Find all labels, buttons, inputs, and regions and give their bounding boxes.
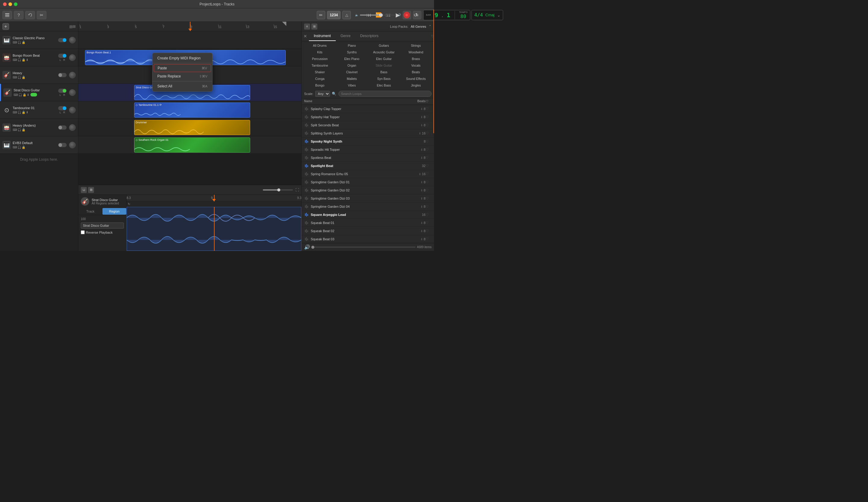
midi-icon[interactable]: ⌨ <box>13 93 18 96</box>
track-item[interactable]: 🥁 Heavy (Anders) ⌨ 🎧 🔒 <box>0 119 78 136</box>
track-item[interactable]: 🎹 Classic Electric Piano ⌨ 🎧 🔒 <box>0 31 78 49</box>
library-button[interactable] <box>2 11 12 19</box>
volume-slider[interactable] <box>360 14 396 16</box>
filter-organ[interactable]: Organ <box>336 62 368 69</box>
headphone-icon[interactable]: 🎧 <box>18 146 21 149</box>
midi-icon[interactable]: ⌨ <box>13 111 17 114</box>
filter-elec-bass[interactable]: Elec Bass <box>368 82 400 88</box>
loop-list-item[interactable]: Sporadic Hit Topper ⬇ 8 ♡ <box>302 146 434 154</box>
track-mute-toggle[interactable] <box>58 143 66 147</box>
loop-favorite[interactable]: ♡ <box>426 156 432 160</box>
editor-auto-button[interactable]: ⛶ <box>296 188 299 192</box>
minimize-button[interactable] <box>8 2 12 6</box>
track-volume-knob[interactable] <box>69 124 76 131</box>
filter-kits[interactable]: Kits <box>304 49 335 55</box>
filter-all-drums[interactable]: All Drums <box>304 42 335 49</box>
download-icon[interactable]: ⬇ <box>26 111 28 114</box>
track-mute-toggle[interactable] <box>58 54 66 58</box>
tuner-button[interactable]: △ <box>342 11 351 19</box>
track-options-button[interactable]: ▤⊞ <box>69 24 76 29</box>
loop-list-item[interactable]: Squeak Beat 02 ⬇ 8 ♡ <box>302 227 434 235</box>
midi-icon[interactable]: ⌨ <box>13 41 17 44</box>
headphone-icon[interactable]: 🎧 <box>18 58 21 62</box>
tab-instrument[interactable]: Instrument <box>309 31 336 41</box>
loop-button[interactable]: ↺ <box>411 11 420 19</box>
track-volume-knob[interactable] <box>69 72 76 79</box>
filter-conga[interactable]: Conga <box>304 76 335 82</box>
track-volume-knob[interactable] <box>69 142 76 148</box>
loop-favorite[interactable]: ♡ <box>426 115 432 119</box>
headphone-icon[interactable]: 🎧 <box>18 111 21 114</box>
tab-track[interactable]: Track <box>79 208 103 215</box>
headphone-icon[interactable]: 🎧 <box>18 76 21 79</box>
loop-favorite[interactable]: ♡ <box>426 180 432 184</box>
filter-strings[interactable]: Strings <box>400 42 432 49</box>
midi-icon[interactable]: ⌨ <box>13 146 17 149</box>
filter-brass[interactable]: Brass <box>400 56 432 62</box>
context-menu-select-all[interactable]: Select All ⌘A <box>153 82 212 90</box>
midi-icon[interactable]: ⌨ <box>13 128 17 132</box>
lock-icon[interactable]: 🔒 <box>22 41 25 44</box>
loop-favorite[interactable]: ♡ <box>426 123 432 127</box>
track-mute-toggle[interactable] <box>58 125 66 130</box>
loop-list-item[interactable]: Split Seconds Beat ⬇ 8 ♡ <box>302 121 434 129</box>
loop-list-item[interactable]: Springtime Garden Dizi 04 ⬇ 8 ♡ <box>302 203 434 211</box>
scale-select[interactable]: Any <box>315 91 330 97</box>
loop-favorite[interactable]: ♡ <box>426 221 432 225</box>
loop-list-item[interactable]: Spotlight Beat 32 ♡ <box>302 162 434 170</box>
track-item[interactable]: 🎸 Strat Disco Guitar ⌨ 🎧 🔒 ⬇ L R <box>0 84 78 101</box>
filter-synths[interactable]: Synths <box>336 49 368 55</box>
audio-region[interactable]: ◇ Tambourine 01.1 ⟳ <box>134 103 250 117</box>
track-volume-knob[interactable] <box>69 37 76 43</box>
track-volume-knob[interactable] <box>69 54 76 61</box>
track-mute-toggle[interactable] <box>58 73 66 77</box>
loop-list-item[interactable]: Squeak Beat 03 ⬇ 8 ♡ <box>302 235 434 243</box>
track-lane[interactable]: Drummer <box>79 119 301 136</box>
favorites-tab[interactable]: ♡ <box>431 34 434 38</box>
cut-button[interactable]: ✂ <box>37 11 46 19</box>
editor-grid-button[interactable]: ⊞ <box>88 187 94 193</box>
filter-elec-guitar[interactable]: Elec Guitar <box>368 56 400 62</box>
track-lane[interactable]: ◇ Southern Rock Organ 01 <box>79 136 301 154</box>
filter-vibes[interactable]: Vibes <box>336 82 368 88</box>
loop-close-button[interactable]: ✕ <box>302 33 309 40</box>
loop-list-item[interactable]: Spring Romance Erhu 05 ⬇ 16 ♡ <box>302 170 434 178</box>
track-mute-toggle[interactable] <box>58 89 66 93</box>
pencil-tool[interactable]: ✏ <box>317 11 325 19</box>
context-menu-paste-replace[interactable]: Paste Replace ⇧⌘V <box>153 72 212 80</box>
loop-list-item[interactable]: Squeak Beat 01 ⬇ 8 ♡ <box>302 219 434 227</box>
track-item[interactable]: 🎹 EVB3 Default ⌨ 🎧 🔒 <box>0 136 78 154</box>
track-item[interactable]: ⊙ Tambourine 01 ⌨ 🎧 🔒 ⬇ L R <box>0 101 78 119</box>
loop-favorite[interactable]: ♡ <box>426 131 432 135</box>
loop-list-item[interactable]: Springtime Garden Dizi 01 ⬇ 8 ♡ <box>302 178 434 186</box>
loop-list-item[interactable]: Splashy Clap Topper ⬇ 8 ♡ <box>302 105 434 113</box>
headphone-icon[interactable]: 🎧 <box>18 128 21 132</box>
filter-guitars[interactable]: Guitars <box>368 42 400 49</box>
track-mute-toggle[interactable] <box>58 106 66 110</box>
loop-list-item[interactable]: Square Arpeggio Lead 16 ♡ <box>302 211 434 219</box>
loop-favorite[interactable]: ♡ <box>426 188 432 192</box>
filter-elec-piano[interactable]: Elec Piano <box>336 56 368 62</box>
context-menu-create-midi[interactable]: Create Empty MIDI Region <box>153 54 212 62</box>
loop-list-item[interactable]: Springtime Garden Dizi 03 ⬇ 8 ♡ <box>302 194 434 203</box>
speaker-icon[interactable]: 🔊 <box>304 244 310 250</box>
audio-region[interactable]: ◇ Southern Rock Organ 01 <box>134 137 250 153</box>
headphone-icon[interactable]: 🎧 <box>18 41 21 44</box>
midi-icon[interactable]: ⌨ <box>13 58 17 62</box>
filter-jingles[interactable]: Jingles <box>400 82 432 88</box>
editor-expand-button[interactable]: ⊔ <box>81 187 87 193</box>
track-lane[interactable] <box>79 31 301 49</box>
track-item[interactable]: 🥁 Bongo Room Beat ⌨ 🎧 🔒 ⬇ L R <box>0 49 78 66</box>
track-volume-knob[interactable] <box>69 89 76 96</box>
reverse-playback-checkbox[interactable] <box>81 230 85 234</box>
loop-favorite[interactable]: ♡ <box>426 213 432 217</box>
midi-icon[interactable]: ⌨ <box>13 76 17 79</box>
filter-shaker[interactable]: Shaker <box>304 69 335 75</box>
add-track-button[interactable]: + <box>2 23 9 30</box>
loop-favorite[interactable]: ♡ <box>426 164 432 168</box>
loop-list-item[interactable]: Splitting Synth Layers ⬇ 16 ♡ <box>302 129 434 137</box>
track-lane[interactable]: ◇ Tambourine 01.1 ⟳ <box>79 101 301 119</box>
loop-list-item[interactable]: Spooky Night Synth 8 ♡ <box>302 137 434 146</box>
preview-slider[interactable] <box>311 247 416 247</box>
lock-icon[interactable]: 🔒 <box>22 58 25 62</box>
